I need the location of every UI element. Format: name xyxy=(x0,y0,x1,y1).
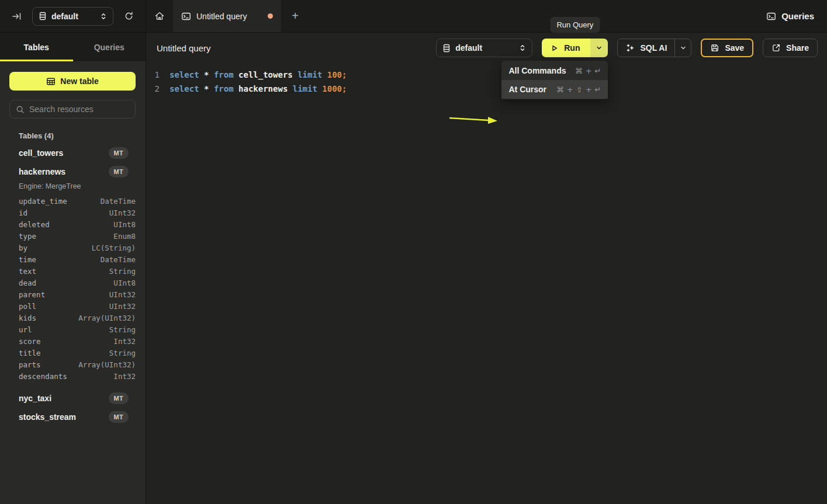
sql-ai-chevron-icon[interactable] xyxy=(674,39,691,57)
code-token: from xyxy=(214,70,238,79)
code-token: 1000; xyxy=(322,84,347,93)
line-number: 2 xyxy=(146,82,160,96)
tab-label: Untitled query xyxy=(196,12,262,21)
tab-queries[interactable]: Queries xyxy=(73,33,146,61)
column-type: UInt32 xyxy=(109,208,136,217)
toolbar-database-selector[interactable]: default xyxy=(436,39,532,57)
run-query-tooltip: Run Query xyxy=(550,17,600,33)
play-icon xyxy=(550,44,559,53)
table-item-hackernews[interactable]: hackernewsMT xyxy=(9,162,136,181)
table-item-cell_towers[interactable]: cell_towersMT xyxy=(9,144,136,162)
code-token: select xyxy=(169,84,204,93)
shortcut-key: ⌘ xyxy=(556,85,564,94)
database-selector[interactable]: default xyxy=(32,7,113,26)
column-name: title xyxy=(19,349,109,357)
annotation-arrow xyxy=(448,114,499,126)
code-line: 1select * from cell_towers limit 100; xyxy=(146,68,827,82)
column-row: parentUInt32 xyxy=(9,289,136,300)
column-type: LC(String) xyxy=(92,244,136,252)
column-type: DateTime xyxy=(101,197,136,206)
column-type: UInt32 xyxy=(109,290,136,299)
sql-editor[interactable]: 1select * from cell_towers limit 100;2se… xyxy=(146,63,827,504)
tab-untitled-query[interactable]: Untitled query xyxy=(173,0,282,32)
shortcut-key: + xyxy=(586,67,592,75)
new-table-button[interactable]: New table xyxy=(9,72,136,91)
column-type: UInt32 xyxy=(109,302,136,311)
save-button-label: Save xyxy=(725,43,744,53)
shortcut-key: + xyxy=(567,85,573,94)
sidebar-tabs: Tables Queries xyxy=(0,33,146,61)
unsaved-changes-dot xyxy=(268,13,273,19)
column-type: Int32 xyxy=(113,337,136,346)
engine-badge: MT xyxy=(109,411,129,423)
column-name: deleted xyxy=(19,220,113,229)
column-name: time xyxy=(19,255,101,264)
new-tab-plus-icon[interactable]: + xyxy=(282,0,309,32)
code-line: 2select * from hackernews limit 1000; xyxy=(146,82,827,96)
top-bar: default xyxy=(0,0,827,33)
table-name: nyc_taxi xyxy=(19,394,109,403)
share-button[interactable]: Share xyxy=(763,39,818,57)
run-options-chevron-icon[interactable] xyxy=(590,39,608,57)
column-list: update_timeDateTimeidUInt32deletedUInt8t… xyxy=(9,194,136,389)
run-menu-item-at-cursor[interactable]: At Cursor⌘+⇧+↵ xyxy=(501,80,608,99)
search-input[interactable] xyxy=(29,105,135,114)
shortcut-key: ⇧ xyxy=(576,85,583,94)
tables-list: cell_towersMThackernewsMTEngine: MergeTr… xyxy=(9,144,136,426)
home-icon[interactable] xyxy=(146,0,173,32)
code-token: * xyxy=(204,84,214,93)
table-engine: Engine: MergeTree xyxy=(9,181,136,194)
table-name: hackernews xyxy=(19,167,109,176)
column-row: partsArray(UInt32) xyxy=(9,359,136,370)
sql-ai-label: SQL AI xyxy=(640,43,667,53)
column-name: parent xyxy=(19,290,109,299)
database-icon xyxy=(442,44,451,53)
table-item-stocks_stream[interactable]: stocks_streamMT xyxy=(9,408,136,426)
editor-header: Untitled query default xyxy=(146,33,827,63)
tab-strip: Untitled query + xyxy=(146,0,766,32)
sql-ai-button[interactable]: SQL AI xyxy=(618,39,674,57)
column-name: dead xyxy=(19,279,113,287)
menu-shortcut: ⌘+↵ xyxy=(575,67,601,75)
code-token: hackernews xyxy=(238,84,293,93)
menu-item-label: All Commands xyxy=(508,66,566,75)
code-lines: 1select * from cell_towers limit 100;2se… xyxy=(146,68,827,96)
sidebar: Tables Queries New table xyxy=(0,33,146,504)
console-icon xyxy=(766,12,776,21)
run-options-menu: All Commands⌘+↵At Cursor⌘+⇧+↵ xyxy=(501,61,608,99)
tables-section-title: Tables (4) xyxy=(19,131,136,140)
engine-badge: MT xyxy=(109,147,129,159)
column-name: id xyxy=(19,208,109,217)
column-name: descendants xyxy=(19,372,113,381)
code-token: from xyxy=(214,84,238,93)
query-title: Untitled query xyxy=(157,43,436,53)
engine-badge: MT xyxy=(109,392,129,404)
column-row: idUInt32 xyxy=(9,207,136,218)
run-menu-item-all-commands[interactable]: All Commands⌘+↵ xyxy=(501,61,608,80)
column-type: Int32 xyxy=(113,372,136,381)
topbar-right-section: Queries xyxy=(766,0,827,32)
column-row: titleString xyxy=(9,347,136,359)
console-tab-icon xyxy=(181,12,191,21)
column-row: deletedUInt8 xyxy=(9,218,136,230)
column-name: kids xyxy=(19,314,78,322)
column-type: UInt8 xyxy=(113,279,136,287)
menu-shortcut: ⌘+⇧+↵ xyxy=(556,85,601,94)
save-button[interactable]: Save xyxy=(701,39,753,57)
sidebar-content: New table Tables (4) cell_towersMThacker… xyxy=(0,61,146,504)
collapse-sidebar-icon[interactable] xyxy=(9,9,24,23)
column-type: Array(UInt32) xyxy=(78,360,136,369)
content-area: Tables Queries New table xyxy=(0,33,827,504)
table-item-nyc_taxi[interactable]: nyc_taxiMT xyxy=(9,389,136,408)
tab-tables[interactable]: Tables xyxy=(0,33,73,61)
engine-badge: MT xyxy=(109,166,129,178)
refresh-icon[interactable] xyxy=(122,9,136,23)
code-token: limit xyxy=(293,84,323,93)
code-token: * xyxy=(204,70,214,79)
database-icon xyxy=(39,12,47,20)
run-button[interactable]: Run xyxy=(542,39,590,57)
updown-chevron-icon xyxy=(100,12,107,20)
menu-item-label: At Cursor xyxy=(508,85,546,94)
sql-ai-button-group: SQL AI xyxy=(617,39,691,57)
queries-button[interactable]: Queries xyxy=(766,11,814,21)
